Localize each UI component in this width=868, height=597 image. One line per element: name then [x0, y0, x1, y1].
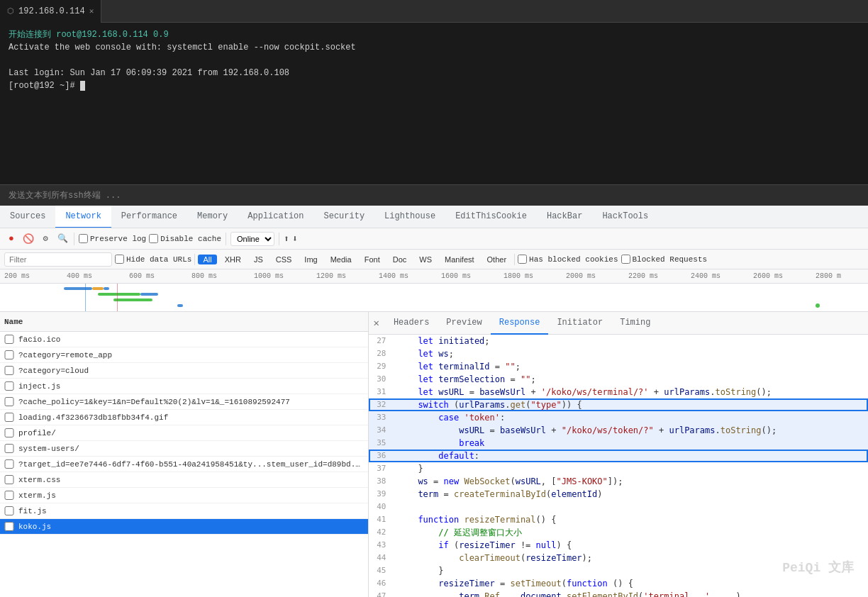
- timeline-ruler: 200 ms 400 ms 600 ms 800 ms 1000 ms 1200…: [0, 269, 868, 284]
- tab-application[interactable]: Application: [238, 206, 313, 228]
- request-checkbox-xterm-css[interactable]: [4, 475, 14, 484]
- preserve-log-input[interactable]: [79, 234, 88, 243]
- tab-memory[interactable]: Memory: [187, 206, 238, 228]
- request-item-profile[interactable]: profile/: [0, 425, 368, 441]
- request-checkbox-loading-gif[interactable]: [4, 413, 14, 422]
- request-item-system-users[interactable]: system-users/: [0, 441, 368, 457]
- terminal-content[interactable]: 开始连接到 root@192.168.0.114 0.9 Activate th…: [0, 23, 868, 184]
- request-item-category-cloud[interactable]: ?category=cloud: [0, 363, 368, 379]
- timeline-mark-400: 400 ms: [67, 272, 129, 280]
- timeline-mark-2600: 2600 ms: [753, 272, 816, 280]
- code-line-45: 45 }: [369, 564, 868, 577]
- timeline-bar-1: [64, 287, 92, 290]
- filter-font-button[interactable]: Font: [360, 255, 385, 264]
- request-checkbox-facio[interactable]: [4, 335, 14, 344]
- detail-tab-response[interactable]: Response: [491, 312, 549, 335]
- disable-cache-input[interactable]: [149, 234, 158, 243]
- filter-type-separator: [194, 254, 195, 265]
- export-har-button[interactable]: ⬇: [292, 233, 298, 245]
- filter-other-button[interactable]: Other: [482, 255, 512, 264]
- request-name-koko-js: koko.js: [18, 523, 364, 531]
- code-line-27: 27 let initiated;: [369, 335, 868, 347]
- stop-button[interactable]: 🚫: [21, 232, 35, 246]
- request-item-xterm-css[interactable]: xterm.css: [0, 472, 368, 488]
- request-item-target-id[interactable]: ?target_id=ee7e7446-6df7-4f60-b551-40a24…: [0, 457, 368, 472]
- request-item-inject[interactable]: inject.js: [0, 379, 368, 394]
- code-line-46: 46 resizeTimer = setTimeout(function () …: [369, 577, 868, 590]
- request-item-fit-js[interactable]: fit.js: [0, 503, 368, 519]
- filter-doc-button[interactable]: Doc: [388, 255, 412, 264]
- preserve-log-checkbox[interactable]: Preserve log: [79, 234, 146, 243]
- timeline-bar-4: [98, 293, 140, 296]
- request-checkbox-category-cloud[interactable]: [4, 366, 14, 375]
- tab-sources[interactable]: Sources: [0, 206, 55, 228]
- throttle-select[interactable]: Online: [230, 232, 274, 246]
- detail-tab-timing[interactable]: Timing: [611, 312, 659, 335]
- filter-manifest-button[interactable]: Manifest: [440, 255, 479, 264]
- request-checkbox-inject[interactable]: [4, 381, 14, 391]
- request-checkbox-profile[interactable]: [4, 428, 14, 437]
- request-item-loading-gif[interactable]: loading.4f3236673db18fbb34f4.gif: [0, 410, 368, 425]
- terminal-send-bar: 发送文本到所有ssh终端 ...: [0, 184, 868, 206]
- request-item-cache-policy[interactable]: ?cache_policy=1&key=1&n=Default%20(2)&lv…: [0, 394, 368, 410]
- filter-media-button[interactable]: Media: [326, 255, 357, 264]
- detail-tab-initiator[interactable]: Initiator: [548, 312, 611, 335]
- filter-input[interactable]: [4, 252, 112, 267]
- name-column-header: Name: [4, 318, 23, 326]
- request-name-category-remote: ?category=remote_app: [18, 351, 364, 359]
- tab-performance[interactable]: Performance: [111, 206, 187, 228]
- request-item-facio[interactable]: facio.ico: [0, 332, 368, 347]
- request-item-category-remote[interactable]: ?category=remote_app: [0, 347, 368, 363]
- detail-close-button[interactable]: ✕: [373, 317, 379, 329]
- request-checkbox-system-users[interactable]: [4, 444, 14, 453]
- blocked-requests-checkbox[interactable]: Blocked Requests: [621, 255, 708, 264]
- has-blocked-cookies-checkbox[interactable]: Has blocked cookies: [518, 255, 618, 264]
- request-item-koko-js[interactable]: koko.js: [0, 519, 368, 535]
- tab-security[interactable]: Security: [314, 206, 375, 228]
- filter-xhr-button[interactable]: XHR: [220, 255, 246, 264]
- request-checkbox-xterm-js[interactable]: [4, 491, 14, 500]
- filter-bar: Hide data URLs All XHR JS CSS Img Media …: [0, 250, 868, 269]
- tab-network[interactable]: Network: [55, 206, 111, 228]
- timeline-bar-5: [140, 293, 158, 296]
- tab-hackbar[interactable]: HackBar: [537, 206, 592, 228]
- has-blocked-cookies-label: Has blocked cookies: [529, 255, 618, 264]
- has-blocked-cookies-input[interactable]: [518, 255, 527, 264]
- filter-img-button[interactable]: Img: [299, 255, 322, 264]
- terminal-tab[interactable]: ⬡ 192.168.0.114 ✕: [0, 0, 101, 23]
- request-checkbox-fit-js[interactable]: [4, 506, 14, 515]
- blocked-requests-input[interactable]: [621, 255, 630, 264]
- request-name-xterm-css: xterm.css: [18, 476, 364, 484]
- request-name-target-id: ?target_id=ee7e7446-6df7-4f60-b551-40a24…: [18, 460, 364, 469]
- tab-editthiscookie[interactable]: EditThisCookie: [445, 206, 537, 228]
- request-checkbox-cache-policy[interactable]: [4, 397, 14, 406]
- request-list-scroll[interactable]: facio.ico ?category=remote_app ?category…: [0, 332, 368, 597]
- request-item-xterm-js[interactable]: xterm.js: [0, 488, 368, 503]
- toolbar-separator-3: [279, 233, 279, 245]
- terminal-tab-close[interactable]: ✕: [89, 6, 94, 16]
- filter-all-button[interactable]: All: [198, 255, 216, 264]
- filter-icon[interactable]: ⚙: [38, 232, 52, 246]
- hide-data-urls-input[interactable]: [115, 255, 124, 264]
- import-har-button[interactable]: ⬆: [284, 233, 289, 245]
- disable-cache-checkbox[interactable]: Disable cache: [149, 234, 221, 243]
- hide-data-urls-checkbox[interactable]: Hide data URLs: [115, 255, 191, 264]
- detail-tab-headers[interactable]: Headers: [385, 312, 438, 335]
- request-checkbox-target-id[interactable]: [4, 459, 14, 469]
- code-line-41: 41 function resizeTerminal() {: [369, 513, 868, 526]
- timeline-mark-1400: 1400 ms: [379, 272, 441, 280]
- code-view[interactable]: 27 let initiated; 28 let ws; 29 let term…: [369, 335, 868, 597]
- detail-tab-preview[interactable]: Preview: [438, 312, 490, 335]
- tab-lighthouse[interactable]: Lighthouse: [374, 206, 445, 228]
- request-checkbox-koko-js[interactable]: [4, 522, 14, 531]
- request-name-cache-policy: ?cache_policy=1&key=1&n=Default%20(2)&lv…: [18, 398, 364, 406]
- request-checkbox-category-remote[interactable]: [4, 350, 14, 359]
- timeline-mark-1800: 1800 ms: [503, 272, 566, 280]
- terminal-send-text: 发送文本到所有ssh终端 ...: [9, 189, 121, 201]
- filter-js-button[interactable]: JS: [249, 255, 268, 264]
- tab-hacktools[interactable]: HackTools: [592, 206, 658, 228]
- search-button[interactable]: 🔍: [55, 232, 69, 246]
- filter-css-button[interactable]: CSS: [271, 255, 297, 264]
- filter-ws-button[interactable]: WS: [414, 255, 437, 264]
- record-button[interactable]: ●: [4, 232, 18, 246]
